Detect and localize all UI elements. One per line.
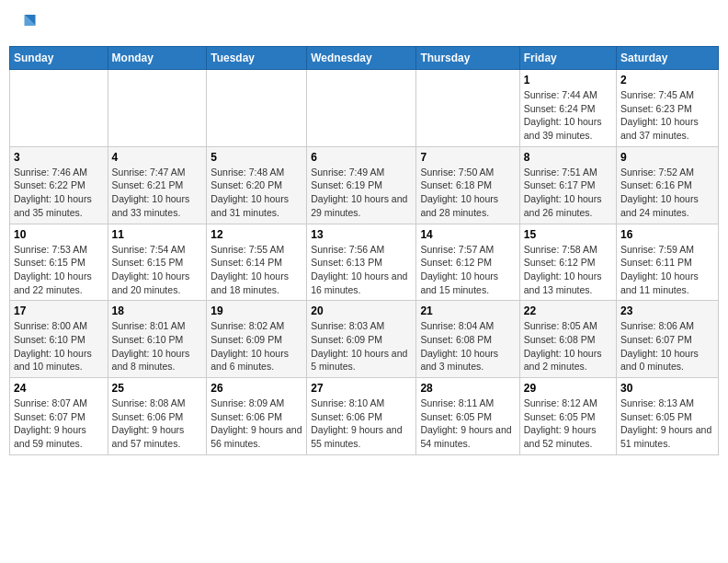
- header-cell-wednesday: Wednesday: [307, 47, 416, 70]
- day-info: Sunrise: 8:02 AM Sunset: 6:09 PM Dayligh…: [210, 319, 302, 373]
- day-number: 6: [311, 151, 412, 164]
- day-info: Sunrise: 7:57 AM Sunset: 6:12 PM Dayligh…: [420, 243, 515, 297]
- day-cell: 24Sunrise: 8:07 AM Sunset: 6:07 PM Dayli…: [10, 378, 108, 455]
- day-info: Sunrise: 8:01 AM Sunset: 6:10 PM Dayligh…: [112, 319, 203, 373]
- day-info: Sunrise: 7:54 AM Sunset: 6:15 PM Dayligh…: [112, 243, 203, 297]
- page-header: [9, 9, 719, 37]
- day-number: 27: [311, 382, 412, 395]
- day-cell: 7Sunrise: 7:50 AM Sunset: 6:18 PM Daylig…: [416, 146, 519, 224]
- day-number: 4: [112, 151, 203, 164]
- day-number: 17: [14, 304, 104, 317]
- day-info: Sunrise: 8:07 AM Sunset: 6:07 PM Dayligh…: [14, 396, 104, 451]
- day-cell: 18Sunrise: 8:01 AM Sunset: 6:10 PM Dayli…: [108, 301, 207, 378]
- day-cell: 10Sunrise: 7:53 AM Sunset: 6:15 PM Dayli…: [10, 224, 108, 301]
- day-number: 25: [112, 382, 203, 395]
- day-cell: 8Sunrise: 7:51 AM Sunset: 6:17 PM Daylig…: [519, 146, 616, 224]
- day-number: 26: [210, 382, 302, 395]
- day-cell: 25Sunrise: 8:08 AM Sunset: 6:06 PM Dayli…: [108, 378, 207, 455]
- day-number: 5: [210, 151, 302, 164]
- day-cell: 3Sunrise: 7:46 AM Sunset: 6:22 PM Daylig…: [10, 146, 108, 224]
- calendar-header: SundayMondayTuesdayWednesdayThursdayFrid…: [10, 47, 719, 70]
- day-info: Sunrise: 8:06 AM Sunset: 6:07 PM Dayligh…: [620, 319, 714, 373]
- header-cell-friday: Friday: [519, 47, 616, 70]
- day-cell: 2Sunrise: 7:45 AM Sunset: 6:23 PM Daylig…: [617, 70, 719, 147]
- day-info: Sunrise: 7:44 AM Sunset: 6:24 PM Dayligh…: [524, 88, 612, 143]
- day-info: Sunrise: 8:04 AM Sunset: 6:08 PM Dayligh…: [420, 319, 515, 373]
- day-cell: 20Sunrise: 8:03 AM Sunset: 6:09 PM Dayli…: [307, 301, 416, 378]
- day-cell: 11Sunrise: 7:54 AM Sunset: 6:15 PM Dayli…: [108, 224, 207, 301]
- day-info: Sunrise: 8:08 AM Sunset: 6:06 PM Dayligh…: [112, 396, 203, 451]
- day-cell: 26Sunrise: 8:09 AM Sunset: 6:06 PM Dayli…: [207, 378, 307, 455]
- day-number: 16: [620, 228, 714, 241]
- day-cell: [416, 70, 519, 147]
- day-number: 10: [14, 228, 104, 241]
- day-cell: 28Sunrise: 8:11 AM Sunset: 6:05 PM Dayli…: [416, 378, 519, 455]
- logo: [9, 9, 40, 37]
- day-info: Sunrise: 7:48 AM Sunset: 6:20 PM Dayligh…: [210, 166, 302, 220]
- day-number: 24: [14, 382, 104, 395]
- day-cell: 6Sunrise: 7:49 AM Sunset: 6:19 PM Daylig…: [307, 146, 416, 224]
- day-info: Sunrise: 7:45 AM Sunset: 6:23 PM Dayligh…: [620, 88, 714, 143]
- day-number: 28: [420, 382, 515, 395]
- day-number: 12: [210, 228, 302, 241]
- header-cell-monday: Monday: [108, 47, 207, 70]
- day-cell: 27Sunrise: 8:10 AM Sunset: 6:06 PM Dayli…: [307, 378, 416, 455]
- day-number: 19: [210, 304, 302, 317]
- week-row-0: 1Sunrise: 7:44 AM Sunset: 6:24 PM Daylig…: [10, 70, 719, 147]
- day-cell: 17Sunrise: 8:00 AM Sunset: 6:10 PM Dayli…: [10, 301, 108, 378]
- day-number: 18: [112, 304, 203, 317]
- day-number: 7: [420, 151, 515, 164]
- day-cell: 21Sunrise: 8:04 AM Sunset: 6:08 PM Dayli…: [416, 301, 519, 378]
- header-cell-thursday: Thursday: [416, 47, 519, 70]
- day-info: Sunrise: 7:46 AM Sunset: 6:22 PM Dayligh…: [14, 166, 104, 220]
- day-cell: [207, 70, 307, 147]
- day-cell: 30Sunrise: 8:13 AM Sunset: 6:05 PM Dayli…: [617, 378, 719, 455]
- day-number: 3: [14, 151, 104, 164]
- day-info: Sunrise: 8:12 AM Sunset: 6:05 PM Dayligh…: [524, 396, 612, 451]
- day-cell: [307, 70, 416, 147]
- calendar-table: SundayMondayTuesdayWednesdayThursdayFrid…: [9, 46, 719, 455]
- week-row-1: 3Sunrise: 7:46 AM Sunset: 6:22 PM Daylig…: [10, 146, 719, 224]
- day-number: 8: [524, 151, 612, 164]
- day-info: Sunrise: 7:51 AM Sunset: 6:17 PM Dayligh…: [524, 166, 612, 220]
- day-info: Sunrise: 7:58 AM Sunset: 6:12 PM Dayligh…: [524, 243, 612, 297]
- day-number: 11: [112, 228, 203, 241]
- header-cell-tuesday: Tuesday: [207, 47, 307, 70]
- week-row-2: 10Sunrise: 7:53 AM Sunset: 6:15 PM Dayli…: [10, 224, 719, 301]
- day-number: 21: [420, 304, 515, 317]
- day-number: 22: [524, 304, 612, 317]
- day-number: 15: [524, 228, 612, 241]
- day-cell: 4Sunrise: 7:47 AM Sunset: 6:21 PM Daylig…: [108, 146, 207, 224]
- day-info: Sunrise: 8:03 AM Sunset: 6:09 PM Dayligh…: [311, 319, 412, 373]
- day-info: Sunrise: 7:47 AM Sunset: 6:21 PM Dayligh…: [112, 166, 203, 220]
- day-info: Sunrise: 7:49 AM Sunset: 6:19 PM Dayligh…: [311, 166, 412, 220]
- day-info: Sunrise: 7:56 AM Sunset: 6:13 PM Dayligh…: [311, 243, 412, 297]
- day-info: Sunrise: 8:00 AM Sunset: 6:10 PM Dayligh…: [14, 319, 104, 373]
- day-cell: 23Sunrise: 8:06 AM Sunset: 6:07 PM Dayli…: [617, 301, 719, 378]
- day-number: 1: [524, 74, 612, 86]
- week-row-3: 17Sunrise: 8:00 AM Sunset: 6:10 PM Dayli…: [10, 301, 719, 378]
- day-info: Sunrise: 8:10 AM Sunset: 6:06 PM Dayligh…: [311, 396, 412, 451]
- day-number: 30: [620, 382, 714, 395]
- day-cell: 14Sunrise: 7:57 AM Sunset: 6:12 PM Dayli…: [416, 224, 519, 301]
- day-cell: 16Sunrise: 7:59 AM Sunset: 6:11 PM Dayli…: [617, 224, 719, 301]
- day-cell: [108, 70, 207, 147]
- day-cell: 15Sunrise: 7:58 AM Sunset: 6:12 PM Dayli…: [519, 224, 616, 301]
- day-number: 29: [524, 382, 612, 395]
- day-number: 14: [420, 228, 515, 241]
- day-cell: 12Sunrise: 7:55 AM Sunset: 6:14 PM Dayli…: [207, 224, 307, 301]
- day-info: Sunrise: 8:11 AM Sunset: 6:05 PM Dayligh…: [420, 396, 515, 451]
- day-number: 9: [620, 151, 714, 164]
- day-cell: 9Sunrise: 7:52 AM Sunset: 6:16 PM Daylig…: [617, 146, 719, 224]
- day-cell: 13Sunrise: 7:56 AM Sunset: 6:13 PM Dayli…: [307, 224, 416, 301]
- day-number: 2: [620, 74, 714, 86]
- day-info: Sunrise: 7:55 AM Sunset: 6:14 PM Dayligh…: [210, 243, 302, 297]
- day-cell: 1Sunrise: 7:44 AM Sunset: 6:24 PM Daylig…: [519, 70, 616, 147]
- calendar-body: 1Sunrise: 7:44 AM Sunset: 6:24 PM Daylig…: [10, 70, 719, 455]
- day-cell: 19Sunrise: 8:02 AM Sunset: 6:09 PM Dayli…: [207, 301, 307, 378]
- day-number: 23: [620, 304, 714, 317]
- day-info: Sunrise: 8:13 AM Sunset: 6:05 PM Dayligh…: [620, 396, 714, 451]
- header-cell-saturday: Saturday: [617, 47, 719, 70]
- header-row: SundayMondayTuesdayWednesdayThursdayFrid…: [10, 47, 719, 70]
- day-info: Sunrise: 7:53 AM Sunset: 6:15 PM Dayligh…: [14, 243, 104, 297]
